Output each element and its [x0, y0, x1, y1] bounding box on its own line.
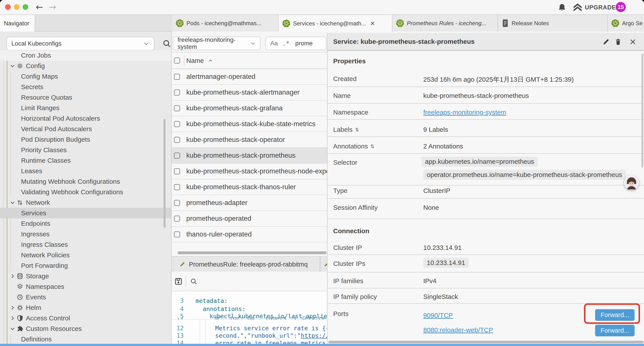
horizontal-scrollbar[interactable]	[178, 251, 326, 254]
upgrade-chevrons-icon[interactable]	[572, 3, 582, 12]
table-row[interactable]: kube-prometheus-stack-kube-state-metrics	[172, 116, 327, 132]
sidebar-item-resource-quotas[interactable]: Resource Quotas	[0, 92, 172, 103]
bell-icon[interactable]	[557, 3, 567, 13]
sidebar-item-validating-webhook-configurations[interactable]: Validating Webhook Configurations	[0, 187, 172, 197]
sidebar-item-leases[interactable]: Leases	[0, 166, 172, 176]
sidebar-item-services[interactable]: Services	[0, 208, 172, 218]
edit-icon[interactable]	[602, 38, 610, 45]
sort-ascending-icon[interactable]	[208, 58, 213, 63]
match-case-toggle[interactable]: Aa	[270, 40, 278, 47]
sidebar-item-config-maps[interactable]: Config Maps	[0, 71, 172, 82]
close-tab-icon[interactable]: ✕	[370, 20, 375, 27]
zoom-window-button[interactable]	[22, 4, 28, 10]
upgrade-button[interactable]: UPGRADE	[585, 4, 616, 11]
sidebar-item-secrets[interactable]: Secrets	[0, 82, 172, 92]
forward-icon[interactable]: →	[49, 2, 56, 12]
port-link-9090[interactable]: 9090/TCP	[423, 312, 453, 319]
row-checkbox[interactable]	[174, 74, 180, 80]
row-checkbox[interactable]	[174, 200, 180, 206]
table-row[interactable]: kube-prometheus-stack-grafana	[172, 100, 327, 116]
name-search-input[interactable]: Aa .* prome	[266, 36, 326, 50]
editor-tab-next[interactable]	[320, 257, 327, 272]
panel-scrollbar[interactable]	[641, 54, 643, 168]
sidebar-item-limit-ranges[interactable]: Limit Ranges	[0, 103, 172, 113]
sidebar-item-mutating-webhook-configurations[interactable]: Mutating Webhook Configurations	[0, 176, 172, 187]
chevron-right-icon[interactable]	[10, 315, 15, 321]
sidebar-group-custom-resources[interactable]: Custom Resources	[0, 324, 172, 334]
save-icon[interactable]	[174, 277, 182, 286]
namespace-link[interactable]: freeleaps-monitoring-system	[423, 109, 506, 116]
row-checkbox[interactable]	[174, 137, 180, 143]
avatar[interactable]	[624, 175, 639, 190]
close-window-button[interactable]	[5, 4, 11, 10]
sidebar-item-runtime-classes[interactable]: Runtime Classes	[0, 155, 172, 166]
table-row[interactable]: kube-prometheus-stack-prometheus-node-ex…	[172, 164, 327, 179]
table-row[interactable]: alertmanager-operated	[172, 69, 327, 85]
kubeconfig-selector[interactable]: Local Kubeconfigs	[6, 37, 154, 50]
delete-icon[interactable]	[614, 38, 622, 45]
sidebar-item-ingresses[interactable]: Ingresses	[0, 229, 172, 239]
sidebar-group-network[interactable]: Network	[0, 197, 172, 208]
sidebar-group-storage[interactable]: Storage	[0, 271, 172, 281]
port-link-8080[interactable]: 8080:reloader-web/TCP	[423, 326, 493, 334]
namespace-filter-dropdown[interactable]: freeleaps-monitoring-system	[173, 36, 260, 50]
sidebar-item-definitions[interactable]: Definitions	[0, 334, 172, 345]
editor-search-icon[interactable]	[190, 278, 198, 285]
back-icon[interactable]: ←	[36, 2, 43, 12]
row-checkbox[interactable]	[174, 153, 180, 159]
search-icon[interactable]	[162, 39, 172, 48]
sidebar-item-pod-disruption-budgets[interactable]: Pod Disruption Budgets	[0, 134, 172, 145]
chevron-right-icon[interactable]	[10, 273, 15, 279]
tab-navigator[interactable]: Navigator	[0, 15, 35, 32]
row-checkbox[interactable]	[174, 216, 180, 222]
sidebar-item-vertical-pod-autoscalers[interactable]: Vertical Pod Autoscalers	[0, 124, 172, 134]
sidebar-group-access-control[interactable]: Access Control	[0, 313, 172, 324]
sidebar-item-cron-jobs[interactable]: Cron Jobs	[0, 50, 172, 61]
sidebar-group-helm[interactable]: Helm	[0, 303, 172, 313]
table-row[interactable]: prometheus-operated	[172, 211, 327, 227]
tab-services[interactable]: Services - icecheng@math... ✕	[278, 15, 392, 32]
notification-badge[interactable]: 15	[616, 2, 626, 12]
sidebar-item-priority-classes[interactable]: Priority Classes	[0, 145, 172, 155]
sidebar-item-namespaces[interactable]: Namespaces	[0, 281, 172, 292]
minimize-window-button[interactable]	[14, 4, 20, 10]
row-checkbox[interactable]	[174, 121, 180, 127]
table-row[interactable]: prometheus-adapter	[172, 195, 327, 211]
chevron-down-icon[interactable]	[10, 326, 15, 332]
row-checkbox[interactable]	[174, 105, 180, 111]
panel-horizontal-scrollbar[interactable]	[328, 341, 644, 343]
select-all-checkbox[interactable]	[174, 58, 180, 63]
row-checkbox[interactable]	[174, 90, 180, 95]
tab-argo[interactable]: Argo Se	[608, 15, 644, 31]
runbook-url-link[interactable]: https://net	[301, 332, 327, 339]
table-row[interactable]: kube-prometheus-stack-thanos-ruler	[172, 179, 327, 195]
tab-prometheus-rules[interactable]: Prometheus Rules - icecheng...	[392, 15, 498, 31]
yaml-editor[interactable]: 3metadata: 4annotations: 5kubectl.kubern…	[172, 291, 327, 346]
sidebar-item-events[interactable]: Events	[0, 292, 172, 303]
expand-updown-icon[interactable]	[370, 143, 375, 149]
regex-toggle[interactable]: .*	[282, 40, 290, 47]
row-checkbox[interactable]	[174, 184, 180, 190]
forward-button-8080[interactable]: Forward...	[595, 325, 634, 336]
table-row-selected[interactable]: kube-prometheus-stack-prometheus	[172, 148, 327, 164]
editor-tab-prometheusrule[interactable]: PrometheusRule: freeleaps-prod-rabbitmq	[173, 257, 320, 272]
sidebar-item-ingress-classes[interactable]: Ingress Classes	[0, 239, 172, 250]
sidebar-item-port-forwarding[interactable]: Port Forwarding	[0, 260, 172, 271]
close-panel-icon[interactable]	[629, 38, 636, 45]
table-row[interactable]: kube-prometheus-stack-alertmanager	[172, 85, 327, 100]
row-checkbox[interactable]	[174, 232, 180, 237]
sidebar-item-horizontal-pod-autoscalers[interactable]: Horizontal Pod Autoscalers	[0, 113, 172, 124]
table-row[interactable]: thanos-ruler-operated	[172, 227, 327, 242]
annotations-value[interactable]: 2 Annotations	[423, 143, 463, 150]
row-checkbox[interactable]	[174, 168, 180, 174]
chevron-down-icon[interactable]	[10, 63, 15, 69]
sidebar-item-endpoints[interactable]: Endpoints	[0, 218, 172, 229]
expand-updown-icon[interactable]	[355, 127, 360, 132]
sidebar-item-network-policies[interactable]: Network Policies	[0, 250, 172, 260]
sidebar-scrollbar[interactable]	[164, 119, 166, 228]
tab-release-notes[interactable]: Release Notes	[498, 15, 608, 31]
chevron-right-icon[interactable]	[10, 305, 15, 311]
sidebar-group-config[interactable]: Config	[0, 61, 172, 71]
tab-pods[interactable]: Pods - icecheng@mathmas...	[172, 15, 278, 31]
column-name-header[interactable]: Name	[186, 57, 204, 64]
